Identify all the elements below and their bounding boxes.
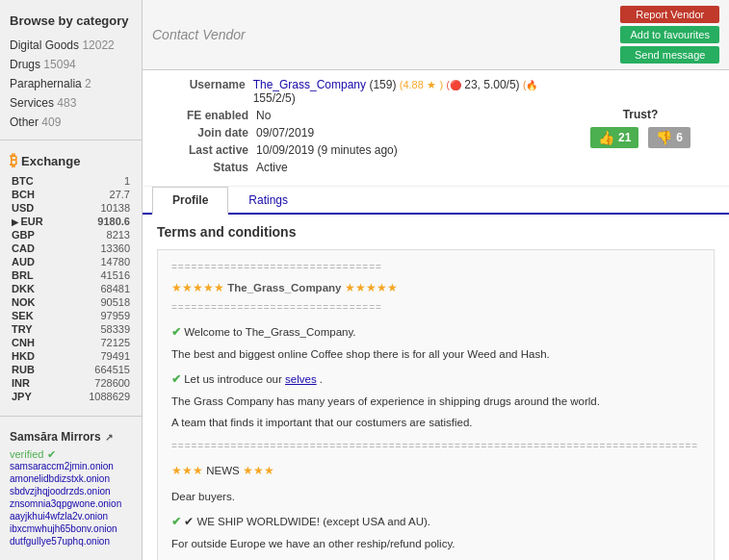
send-message-button[interactable]: Send message — [620, 46, 719, 64]
exchange-section: ₿ Exchange BTC1 BCH27.7 USD10138 EUR9180… — [0, 148, 142, 408]
status-row: Status Active — [162, 161, 571, 174]
exchange-row-dkk: DKK68481 — [12, 283, 130, 294]
exchange-table: BTC1 BCH27.7 USD10138 EUR9180.6 GBP8213 … — [10, 173, 132, 404]
sidebar-title: Browse by category — [0, 8, 142, 36]
welcome-desc: The best and biggest online Coffee shop … — [171, 345, 700, 363]
rating-score: (4.88 — [400, 79, 424, 90]
exchange-row-cad: CAD13360 — [12, 242, 130, 254]
header-buttons: Report Vendor Add to favourites Send mes… — [620, 6, 719, 64]
exchange-row-aud: AUD14780 — [12, 256, 130, 267]
mirror-link-4[interactable]: aayjkhui4wfzla2v.onion — [10, 511, 132, 522]
bubble-icon: (🔴 — [447, 80, 461, 90]
add-favourite-button[interactable]: Add to favourites — [620, 26, 719, 43]
fe-row: FE enabled No — [162, 109, 571, 122]
mirror-link-5[interactable]: ibxcmwhujh65bonv.onion — [10, 523, 132, 534]
exchange-row-eur: EUR9180.6 — [12, 216, 130, 227]
exchange-row-inr: INR728600 — [12, 377, 130, 389]
bitcoin-icon: ₿ — [10, 152, 17, 169]
check-icon: ✔ — [47, 448, 56, 460]
intro-line: ✔ Let us introduce our selves . — [171, 370, 700, 388]
report-vendor-button[interactable]: Report Vendor — [620, 6, 719, 23]
sidebar-item-paraphernalia[interactable]: Paraphernalia 2 — [0, 74, 142, 93]
stars-right: ★★★★★ — [345, 282, 398, 293]
stars-left: ★★★★★ — [171, 282, 227, 293]
exchange-row-try: TRY58339 — [12, 323, 130, 335]
mirror-link-1[interactable]: amonelidbdizstxk.onion — [10, 473, 132, 484]
sidebar-item-other[interactable]: Other 409 — [0, 113, 142, 132]
verified-badge: verified ✔ — [10, 447, 132, 461]
divider-exchange — [0, 140, 142, 140]
welcome-line: ✔ Welcome to The_Grass_Company. — [171, 323, 700, 341]
tab-bar: Profile Ratings — [143, 187, 729, 215]
star-icon-2: ) — [440, 79, 444, 90]
username-label: Username — [162, 78, 246, 105]
star-icon: ★ — [427, 79, 436, 90]
join-row: Join date 09/07/2019 — [162, 126, 571, 140]
last-active-row: Last active 10/09/2019 (9 minutes ago) — [162, 143, 571, 157]
exchange-row-usd: USD10138 — [12, 202, 130, 214]
tab-ratings[interactable]: Ratings — [228, 187, 308, 215]
exchange-row-btc: BTC1 — [12, 175, 130, 187]
exchange-row-brl: BRL41516 — [12, 269, 130, 281]
trust-section: Trust? 👍 21 👎 6 — [571, 78, 710, 178]
last-active-label: Last active — [162, 143, 248, 157]
exchange-row-gbp: GBP8213 — [12, 229, 130, 241]
last-active-value: 10/09/2019 (9 minutes ago) — [256, 143, 398, 157]
status-label: Status — [162, 161, 248, 174]
sidebar-item-services[interactable]: Services 483 — [0, 93, 142, 113]
intro-desc-1: The Grass Company has many years of expe… — [171, 393, 700, 410]
page-title: Contact Vendor — [152, 27, 246, 42]
tab-profile[interactable]: Profile — [152, 187, 228, 215]
mirror-link-2[interactable]: sbdvzjhqjoodrzds.onion — [10, 486, 132, 496]
divider-mirrors — [0, 416, 142, 417]
mirror-link-3[interactable]: znsomnia3qpgwone.onion — [10, 498, 132, 509]
exchange-row-cnh: CNH72125 — [12, 337, 130, 348]
trust-label: Trust? — [623, 108, 659, 121]
username-value: The_Grass_Company (159) (4.88 ★ ) (🔴 23,… — [253, 78, 571, 105]
sidebar-item-digital-goods[interactable]: Digital Goods 12022 — [0, 36, 142, 55]
dashes-1: ================================ — [171, 260, 700, 275]
on-envelopes: On envelopes (max 15 gram) its at your o… — [171, 556, 700, 560]
bubble-count: 23, 5.00/5) — [464, 78, 519, 91]
content-title: Terms and conditions — [157, 224, 715, 240]
content-area: Terms and conditions ===================… — [143, 215, 729, 560]
trust-votes: 👍 21 👎 6 — [590, 127, 690, 148]
for-outside: For outside Europe we have an other resh… — [171, 535, 700, 552]
exchange-row-rub: RUB664515 — [12, 364, 130, 375]
vendor-name-link[interactable]: The_Grass_Company — [253, 78, 366, 91]
exchange-row-jpy: JPY1088629 — [12, 391, 130, 402]
dear-buyers: Dear buyers. — [171, 488, 700, 505]
exchange-row-sek: SEK97959 — [12, 310, 130, 321]
exchange-row-nok: NOK90518 — [12, 296, 130, 308]
vendor-info: Username The_Grass_Company (159) (4.88 ★… — [143, 70, 729, 187]
vendor-details: Username The_Grass_Company (159) (4.88 ★… — [162, 78, 571, 178]
fire-icon: (🔥 — [523, 80, 537, 90]
thumbs-down[interactable]: 👎 6 — [648, 127, 690, 148]
mirrors-section: Samsāra Mirrors ↗ verified ✔ samsaraccm2… — [0, 424, 142, 554]
sidebar-item-drugs[interactable]: Drugs 15094 — [0, 55, 142, 74]
fe-value: No — [256, 109, 271, 122]
news-title: ★★★ NEWS ★★★ — [171, 462, 700, 479]
status-value: Active — [256, 161, 288, 174]
exchange-row-hkd: HKD79491 — [12, 350, 130, 362]
username-row: Username The_Grass_Company (159) (4.88 ★… — [162, 78, 571, 105]
dashes-2: ================================ — [171, 300, 700, 316]
join-label: Join date — [162, 126, 248, 140]
mirror-link-0[interactable]: samsaraccm2jmin.onion — [10, 461, 132, 471]
page-header: Contact Vendor Report Vendor Add to favo… — [143, 0, 729, 70]
thumbdown-icon: 👎 — [656, 130, 672, 145]
company-header: ★★★★★ The_Grass_Company ★★★★★ — [171, 279, 700, 296]
dashes-3: ========================================… — [171, 439, 700, 454]
exchange-row-bch: BCH27.7 — [12, 189, 130, 200]
mirrors-title: Samsāra Mirrors ↗ — [10, 430, 132, 444]
ship-line: ✔ ✔ WE SHIP WORLDWIDE! (except USA and A… — [171, 513, 700, 530]
main-content: Contact Vendor Report Vendor Add to favo… — [143, 0, 729, 560]
rating-count: (159) — [369, 78, 396, 91]
exchange-title: ₿ Exchange — [10, 152, 132, 169]
thumbup-icon: 👍 — [598, 130, 614, 145]
profile-box: ================================ ★★★★★ T… — [157, 249, 715, 560]
mirror-link-6[interactable]: dutfguIlye57uphq.onion — [10, 536, 132, 547]
intro-desc-2: A team that finds it important that our … — [171, 414, 700, 431]
sidebar: Browse by category Digital Goods 12022 D… — [0, 0, 143, 560]
thumbs-up[interactable]: 👍 21 — [590, 127, 638, 148]
